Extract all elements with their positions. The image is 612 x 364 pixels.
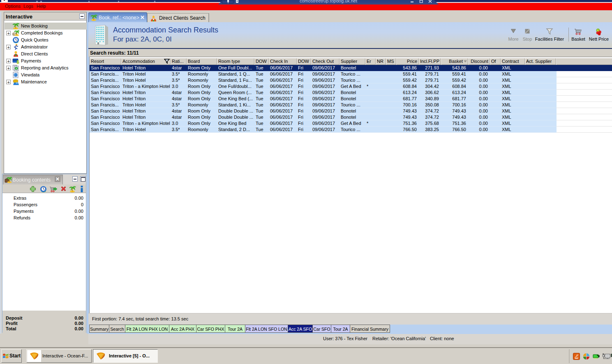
svg-text:$: $ bbox=[17, 60, 19, 65]
